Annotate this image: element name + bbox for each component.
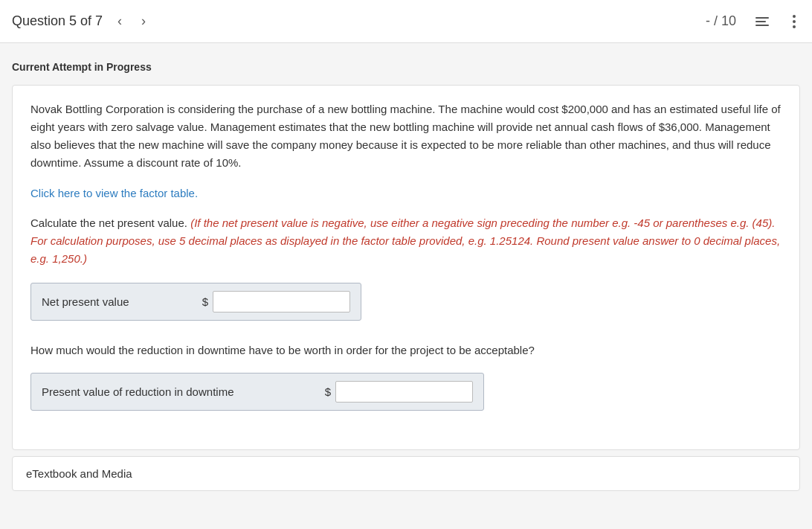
second-question: How much would the reduction in downtime… (30, 342, 782, 359)
question-box: Novak Bottling Corporation is considerin… (12, 85, 800, 450)
score-display: - / 10 (706, 13, 736, 29)
npv-input-row: Net present value $ (30, 283, 361, 321)
header-right: - / 10 (706, 12, 800, 31)
downtime-label: Present value of reduction in downtime (42, 385, 318, 398)
prev-question-button[interactable]: ‹ (113, 10, 126, 32)
next-question-button[interactable]: › (137, 10, 150, 32)
instruction-prefix: Calculate the net present value. (30, 217, 190, 229)
question-body: Novak Bottling Corporation is considerin… (30, 100, 782, 172)
etextbook-bar[interactable]: eTextbook and Media (12, 456, 800, 491)
downtime-input-row: Present value of reduction in downtime $ (30, 373, 484, 411)
factor-table-link[interactable]: Click here to view the factor table. (30, 187, 198, 199)
instruction-text: Calculate the net present value. (If the… (30, 214, 782, 268)
npv-label: Net present value (42, 295, 195, 308)
main-content: Current Attempt in Progress Novak Bottli… (0, 43, 812, 503)
list-icon[interactable] (751, 14, 773, 29)
downtime-input[interactable] (335, 381, 473, 403)
attempt-label: Current Attempt in Progress (12, 61, 800, 73)
downtime-dollar-sign: $ (325, 385, 331, 398)
npv-dollar-sign: $ (202, 295, 208, 308)
question-title: Question 5 of 7 (12, 13, 103, 29)
more-options-icon[interactable] (788, 12, 800, 31)
npv-input[interactable] (213, 291, 350, 312)
header: Question 5 of 7 ‹ › - / 10 (0, 0, 812, 43)
header-left: Question 5 of 7 ‹ › (12, 10, 150, 32)
